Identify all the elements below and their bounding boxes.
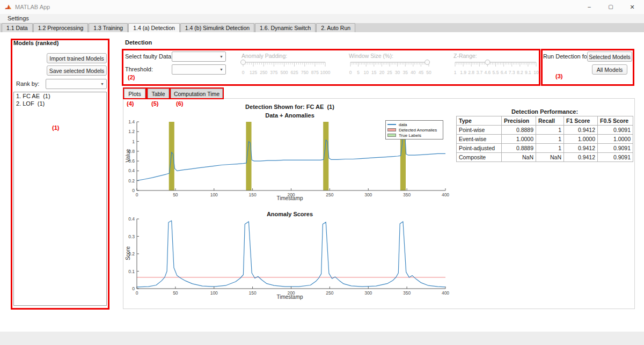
perf-cell: 0.8889: [502, 126, 536, 135]
tab-1-6-dynamic-switch[interactable]: 1.6. Dynamic Switch: [255, 23, 316, 32]
perf-cell: NaN: [536, 153, 564, 162]
perf-cell: Event-wise: [457, 135, 502, 144]
chart1-legend: dataDetected AnomaliesTrue Labels: [385, 120, 443, 140]
slider-tick-label: 625: [291, 70, 298, 75]
tab-1-3-training[interactable]: 1.3 Training: [89, 23, 128, 32]
tab-1-4-a-detection[interactable]: 1.4 (a) Detection: [128, 23, 180, 32]
maximize-icon[interactable]: ▢: [600, 0, 621, 14]
legend-line-swatch: [387, 124, 396, 125]
legend-patch-swatch: [387, 134, 396, 137]
slider-track[interactable]: [452, 59, 539, 69]
models-panel-title: Models (ranked): [13, 40, 58, 46]
slider-tick-label: 15: [371, 70, 376, 75]
subtab-plots[interactable]: Plots: [124, 89, 145, 99]
slider-tick-label: 500: [280, 70, 288, 75]
chart1-xlabel: Timestamp: [140, 195, 440, 201]
z-range-slider[interactable]: Z-Range: 11.92.83.74.65.56.47.38.29.110: [452, 52, 539, 76]
menu-bar: Settings: [0, 14, 644, 23]
faulty-data-dropdown[interactable]: offset_1 ▼: [172, 52, 226, 62]
slider-tick-label: 20: [379, 70, 384, 75]
slider-tick-label: 30: [395, 70, 400, 75]
slider-tick-label: 6.4: [501, 70, 507, 75]
anomaly-padding-label: Anomaly Padding:: [241, 53, 287, 59]
subtab-table[interactable]: Table: [148, 89, 169, 99]
perf-cell: 0.9091: [598, 126, 633, 135]
svg-text:400: 400: [442, 290, 449, 296]
perf-cell: 0.9412: [564, 126, 598, 135]
perf-cell: NaN: [502, 153, 536, 162]
slider-tick-label: 5: [357, 70, 360, 75]
slider-tick-labels: 01252503755006257508751000: [240, 70, 328, 75]
slider-tick-label: 25: [387, 70, 392, 75]
select-faulty-data-label: Select faulty Data:: [125, 53, 173, 60]
perf-cell: 1: [536, 135, 564, 144]
chart1-ylabel: Value: [125, 144, 131, 167]
window-title: MATLAB App: [15, 0, 50, 14]
slider-tick-labels: 11.92.83.74.65.56.47.38.29.110: [452, 70, 539, 75]
slider-tick-label: 10: [533, 70, 538, 75]
legend-label: True Labels: [399, 133, 421, 138]
perf-row: Event-wise1.000011.00001.0000: [457, 135, 633, 144]
legend-label: data: [399, 122, 407, 127]
slider-tick-label: 375: [270, 70, 277, 75]
svg-text:0.3: 0.3: [128, 234, 135, 239]
menu-item-settings[interactable]: Settings: [5, 14, 31, 23]
perf-row: Point-adjusted0.888910.94120.9091: [457, 144, 633, 153]
svg-text:400: 400: [442, 192, 449, 197]
perf-col-header: F0.5 Score: [598, 116, 633, 126]
perf-cell: Point-wise: [457, 126, 502, 135]
perf-cell: 1.0000: [598, 135, 633, 144]
tab-1-1-data[interactable]: 1.1 Data: [2, 23, 33, 32]
anomaly-padding-slider[interactable]: Anomaly Padding: 01252503755006257508751…: [240, 52, 328, 76]
threshold-dropdown[interactable]: Best F1 Score (... ▼: [172, 64, 226, 75]
subtab-computation-time[interactable]: Computation Time: [171, 89, 223, 99]
slider-tick-label: 50: [426, 70, 431, 75]
close-icon[interactable]: ✕: [621, 0, 643, 14]
slider-tick-label: 10: [363, 70, 368, 75]
model-list-item[interactable]: 1. FC AE (1): [14, 92, 106, 100]
model-list-item[interactable]: 2. LOF (1): [14, 100, 106, 107]
perf-cell: 0.9412: [564, 144, 598, 153]
svg-text:0.1: 0.1: [128, 269, 135, 274]
slider-tick-label: 45: [419, 70, 423, 75]
main-tab-strip: 1.1 Data1.2 Preprocessing1.3 Training1.4…: [0, 23, 644, 32]
selected-models-button[interactable]: Selected Models: [587, 52, 632, 62]
slider-tick-label: 35: [402, 70, 407, 75]
window-size-slider[interactable]: Window Size (%): 05101520253035404550: [348, 52, 431, 76]
run-detection-for-label: Run Detection for:: [543, 53, 591, 60]
import-models-button[interactable]: Import trained Models: [47, 53, 107, 63]
matlab-icon: [4, 3, 12, 11]
perf-cell: 0.8889: [502, 144, 536, 153]
models-listbox[interactable]: 1. FC AE (1)2. LOF (1): [13, 92, 107, 306]
svg-text:0: 0: [132, 188, 135, 193]
slider-tick-label: 1000: [320, 70, 331, 75]
perf-col-header: F1 Score: [564, 116, 598, 126]
save-models-button[interactable]: Save selected Models: [47, 65, 107, 76]
slider-track[interactable]: [240, 59, 328, 69]
tab-1-2-preprocessing[interactable]: 1.2 Preprocessing: [33, 23, 89, 32]
slider-track[interactable]: [348, 59, 431, 69]
chevron-down-icon: ▼: [219, 65, 223, 74]
perf-cell: 0.9091: [598, 153, 633, 162]
minimize-icon[interactable]: –: [579, 0, 600, 14]
svg-text:1: 1: [132, 139, 135, 144]
z-range-label: Z-Range:: [453, 53, 477, 59]
svg-text:1.4: 1.4: [128, 119, 135, 124]
legend-patch-swatch: [387, 128, 396, 131]
slider-tick-label: 8.2: [517, 70, 523, 75]
svg-text:0.2: 0.2: [128, 178, 135, 183]
perf-col-header: Recall: [536, 116, 564, 126]
svg-text:0: 0: [132, 286, 135, 291]
slider-tick-label: 1.9: [460, 70, 466, 75]
rank-by-dropdown[interactable]: F1 Score (point-wi... ▼: [46, 79, 107, 89]
tab-1-4-b-simulink-detection[interactable]: 1.4 (b) Simulink Detection: [180, 23, 254, 32]
perf-row: CompositeNaNNaN0.94120.9091: [457, 153, 633, 162]
all-models-button[interactable]: All Models: [592, 64, 627, 75]
tab-2-auto-run[interactable]: 2. Auto Run: [316, 23, 355, 32]
performance-title: Detection Performance:: [472, 108, 617, 115]
slider-tick-label: 750: [301, 70, 309, 75]
slider-tick-label: 0: [349, 70, 352, 75]
slider-tick-label: 40: [411, 70, 415, 75]
slider-tick-label: 0: [242, 70, 245, 75]
matlab-app-window: MATLAB App – ▢ ✕ Settings 1.1 Data1.2 Pr…: [0, 0, 644, 345]
